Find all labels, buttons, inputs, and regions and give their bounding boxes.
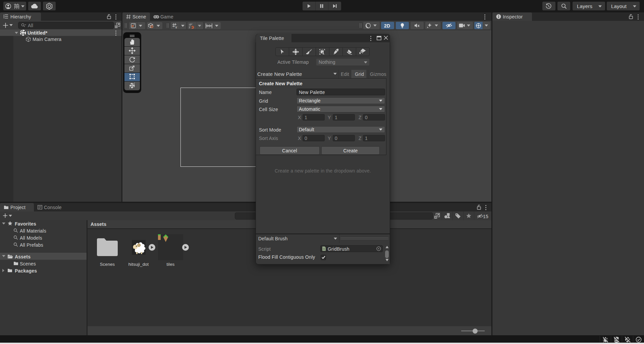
svg-text:Y: Y [175,26,177,29]
